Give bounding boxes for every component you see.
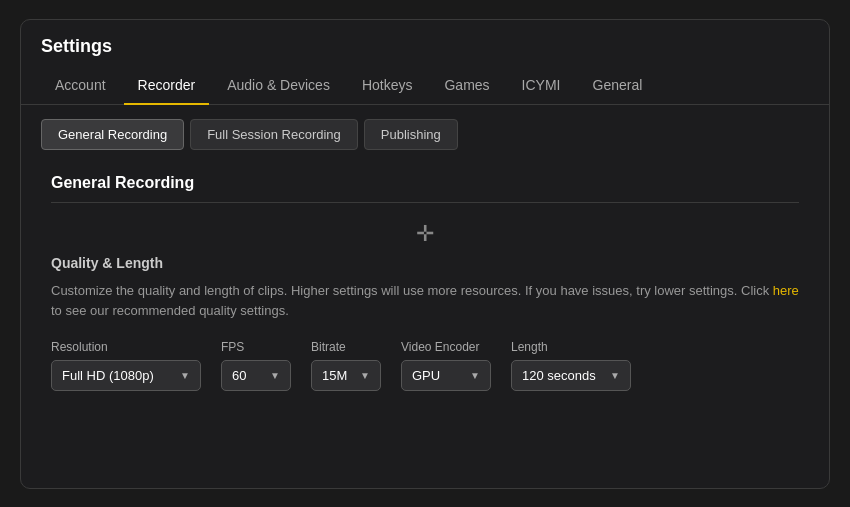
- window-title: Settings: [21, 20, 829, 67]
- nav-tab-bar: Account Recorder Audio & Devices Hotkeys…: [21, 67, 829, 105]
- bitrate-value: 15M: [322, 368, 347, 383]
- section-title: General Recording: [51, 174, 799, 203]
- description-before-link: Customize the quality and length of clip…: [51, 283, 773, 298]
- encoder-arrow: ▼: [470, 370, 480, 381]
- resolution-arrow: ▼: [180, 370, 190, 381]
- fps-control: FPS 60 ▼: [221, 340, 291, 391]
- tab-recorder[interactable]: Recorder: [124, 67, 210, 105]
- encoder-control: Video Encoder GPU ▼: [401, 340, 491, 391]
- bitrate-control: Bitrate 15M ▼: [311, 340, 381, 391]
- description-text: Customize the quality and length of clip…: [51, 281, 799, 323]
- crosshair-icon: ✛: [51, 213, 799, 255]
- tab-icymi[interactable]: ICYMI: [508, 67, 575, 105]
- fps-dropdown[interactable]: 60 ▼: [221, 360, 291, 391]
- length-value: 120 seconds: [522, 368, 596, 383]
- recommended-settings-link[interactable]: here: [773, 283, 799, 298]
- subsection-label: Quality & Length: [51, 255, 799, 271]
- length-label: Length: [511, 340, 631, 354]
- controls-row: Resolution Full HD (1080p) ▼ FPS 60 ▼ Bi…: [51, 340, 799, 391]
- fps-label: FPS: [221, 340, 291, 354]
- section-body: General Recording ✛ Quality & Length Cus…: [21, 164, 829, 488]
- fps-arrow: ▼: [270, 370, 280, 381]
- tab-general[interactable]: General: [579, 67, 657, 105]
- tab-audio-devices[interactable]: Audio & Devices: [213, 67, 344, 105]
- encoder-value: GPU: [412, 368, 440, 383]
- tab-account[interactable]: Account: [41, 67, 120, 105]
- resolution-value: Full HD (1080p): [62, 368, 154, 383]
- sub-tab-general-recording[interactable]: General Recording: [41, 119, 184, 150]
- length-dropdown[interactable]: 120 seconds ▼: [511, 360, 631, 391]
- bitrate-arrow: ▼: [360, 370, 370, 381]
- resolution-control: Resolution Full HD (1080p) ▼: [51, 340, 201, 391]
- length-arrow: ▼: [610, 370, 620, 381]
- sub-tab-full-session[interactable]: Full Session Recording: [190, 119, 358, 150]
- tab-games[interactable]: Games: [430, 67, 503, 105]
- bitrate-dropdown[interactable]: 15M ▼: [311, 360, 381, 391]
- length-control: Length 120 seconds ▼: [511, 340, 631, 391]
- description-after-link: to see our recommended quality settings.: [51, 303, 289, 318]
- settings-window: Settings Account Recorder Audio & Device…: [20, 19, 830, 489]
- main-content: General Recording Full Session Recording…: [21, 105, 829, 488]
- resolution-dropdown[interactable]: Full HD (1080p) ▼: [51, 360, 201, 391]
- tab-hotkeys[interactable]: Hotkeys: [348, 67, 427, 105]
- fps-value: 60: [232, 368, 246, 383]
- sub-tab-bar: General Recording Full Session Recording…: [21, 105, 829, 164]
- resolution-label: Resolution: [51, 340, 201, 354]
- bitrate-label: Bitrate: [311, 340, 381, 354]
- sub-tab-publishing[interactable]: Publishing: [364, 119, 458, 150]
- encoder-label: Video Encoder: [401, 340, 491, 354]
- encoder-dropdown[interactable]: GPU ▼: [401, 360, 491, 391]
